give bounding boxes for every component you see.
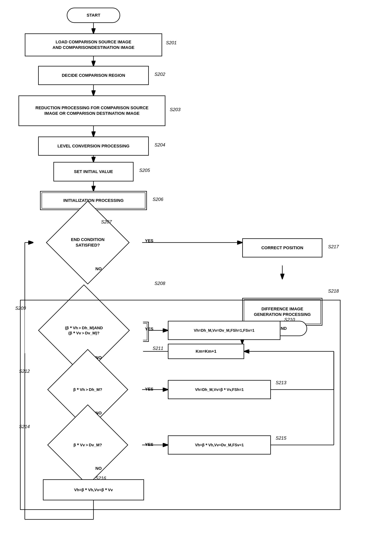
s215-node: Vh=β＊Vh,Vv=Dv_M,FSv=1 [168,435,271,455]
start-node: START [67,8,120,23]
s210-node: Vh=Dh_M,Vv=Dv_M,FSh=1,FSv=1 [168,321,280,340]
s205-step: S205 [139,168,150,173]
s206-step: S206 [153,197,163,202]
s201-label: LOAD COMPARISON SOURCE IMAGE AND COMPARI… [52,39,134,50]
s203-node: REDUCTION PROCESSING FOR COMPARISON SOUR… [19,95,165,126]
s215-step: S215 [276,435,286,441]
s207-yes-label: YES [145,238,153,243]
s209-yes-label: YES [145,327,153,332]
s213-node: Vh=Dh_M,Vv=β＊Vv,FSh=1 [168,380,271,399]
s212-step: S212 [19,369,30,374]
s212-diamond: β＊Vh＞Dh_M? [33,371,142,409]
s201-step: S201 [166,40,177,45]
s211-step: S211 [153,346,163,351]
s208-step: S208 [154,281,165,286]
s207-no-label: NO [95,266,102,271]
s205-node: SET INITIAL VALUE [53,162,134,181]
s211-label: Km=Km+1 [196,349,216,354]
s213-step: S213 [276,380,286,385]
s204-label: LEVEL CONVERSION PROCESSING [57,143,129,149]
s212-label: β＊Vh＞Dh_M? [73,387,102,392]
s201-node: LOAD COMPARISON SOURCE IMAGE AND COMPARI… [25,33,162,56]
s202-label: DECIDE COMPARISON REGION [62,73,125,78]
s216-step: S216 [95,475,106,481]
s210-step: S210 [284,317,295,322]
s204-step: S204 [154,142,165,148]
s214-diamond: β＊Vv＞Dv_M? [33,426,142,464]
s209-step: S209 [15,305,26,311]
s210-label: Vh=Dh_M,Vv=Dv_M,FSh=1,FSv=1 [194,328,254,333]
s216-label: Vh=β＊Vh,Vv=β＊Vv [74,487,113,492]
s214-no-label: NO [95,466,102,471]
s205-label: SET INITIAL VALUE [74,169,113,175]
flowchart: START LOAD COMPARISON SOURCE IMAGE AND C… [0,0,392,537]
start-label: START [87,13,100,18]
s209-label: (β＊Vh＞Dh_M)AND (β＊Vv＞Dv_M)? [65,325,103,336]
s217-label: CORRECT POSITION [261,245,303,251]
s217-node: CORRECT POSITION [242,238,322,257]
s202-step: S202 [154,72,165,77]
s204-node: LEVEL CONVERSION PROCESSING [38,137,149,156]
s207-diamond: END CONDITION SATISFIED? [33,222,142,264]
s203-label: REDUCTION PROCESSING FOR COMPARISON SOUR… [36,105,148,116]
s215-label: Vh=β＊Vh,Vv=Dv_M,FSv=1 [195,442,244,447]
s213-label: Vh=Dh_M,Vv=β＊Vv,FSh=1 [195,387,244,392]
s218-step: S218 [328,288,339,294]
s207-label: END CONDITION SATISFIED? [71,237,105,248]
s207-step: S207 [101,219,112,225]
s217-step: S217 [328,244,339,249]
s214-yes-label: YES [145,442,153,447]
s202-node: DECIDE COMPARISON REGION [38,66,149,85]
s203-step: S203 [170,107,180,112]
s206-label: INITIALIZATION PROCESSING [63,198,124,203]
s211-node: Km=Km+1 [168,344,244,359]
s212-yes-label: YES [145,387,153,392]
s218-label: DIFFERENCE IMAGE GENERATION PROCESSING [254,306,311,317]
s214-step: S214 [19,424,30,429]
s209-diamond: (β＊Vh＞Dh_M)AND (β＊Vv＞Dv_M)? [25,308,143,353]
s214-label: β＊Vv＞Dv_M? [73,442,102,447]
s216-node: Vh=β＊Vh,Vv=β＊Vv [43,479,144,500]
